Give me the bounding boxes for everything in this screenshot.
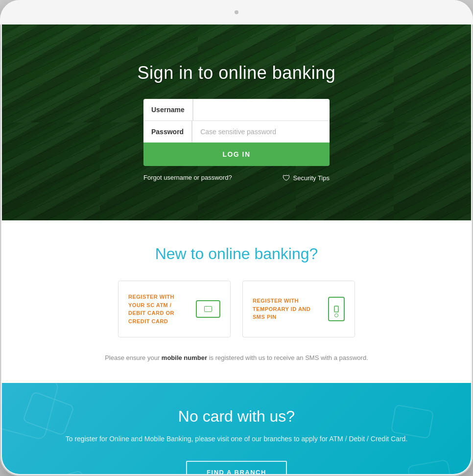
atm-card-icon [196, 300, 220, 318]
password-row: Password [143, 121, 330, 143]
hero-title: Sign in to online banking [138, 63, 336, 83]
deco-card-2 [48, 470, 88, 474]
phone-svg [334, 306, 339, 312]
no-card-desc: To register for Online and Mobile Bankin… [41, 433, 432, 445]
register-title: New to online banking? [41, 245, 432, 263]
register-card-temp[interactable]: REGISTER WITH TEMPORARY ID AND SMS PIN [242, 281, 355, 337]
login-button[interactable]: LOG IN [143, 143, 330, 166]
username-label: Username [143, 99, 193, 120]
shield-icon: 🛡 [283, 174, 290, 183]
device-frame: Sign in to online banking Username Passw… [0, 0, 473, 476]
no-card-title: No card with us? [41, 407, 432, 426]
security-tips-link[interactable]: 🛡 Security Tips [283, 174, 330, 183]
login-form: Username Password LOG IN [143, 99, 330, 166]
svg-rect-0 [334, 306, 338, 312]
device-top-bar [0, 0, 473, 24]
hero-links: Forgot username or password? 🛡 Security … [143, 174, 330, 183]
username-row: Username [143, 99, 330, 121]
sms-note: Please ensure your mobile number is regi… [41, 353, 432, 363]
register-cards: REGISTER WITH YOUR SC ATM / DEBIT CARD O… [41, 281, 432, 337]
username-input[interactable] [193, 99, 330, 120]
phone-icon [328, 297, 345, 321]
register-card-atm[interactable]: REGISTER WITH YOUR SC ATM / DEBIT CARD O… [118, 281, 231, 337]
forgot-link[interactable]: Forgot username or password? [143, 174, 232, 183]
screen: Sign in to online banking Username Passw… [2, 24, 471, 474]
register-section: New to online banking? REGISTER WITH YOU… [2, 220, 471, 383]
card-chip-icon [204, 306, 212, 312]
hero-section: Sign in to online banking Username Passw… [2, 24, 471, 220]
register-card-atm-text: REGISTER WITH YOUR SC ATM / DEBIT CARD O… [128, 293, 196, 325]
camera-dot [235, 10, 238, 14]
no-card-section: No card with us? To register for Online … [2, 383, 471, 474]
register-card-temp-text: REGISTER WITH TEMPORARY ID AND SMS PIN [253, 297, 328, 321]
password-label: Password [143, 121, 192, 143]
find-branch-button[interactable]: FIND A BRANCH [186, 461, 287, 474]
password-input[interactable] [192, 121, 330, 143]
